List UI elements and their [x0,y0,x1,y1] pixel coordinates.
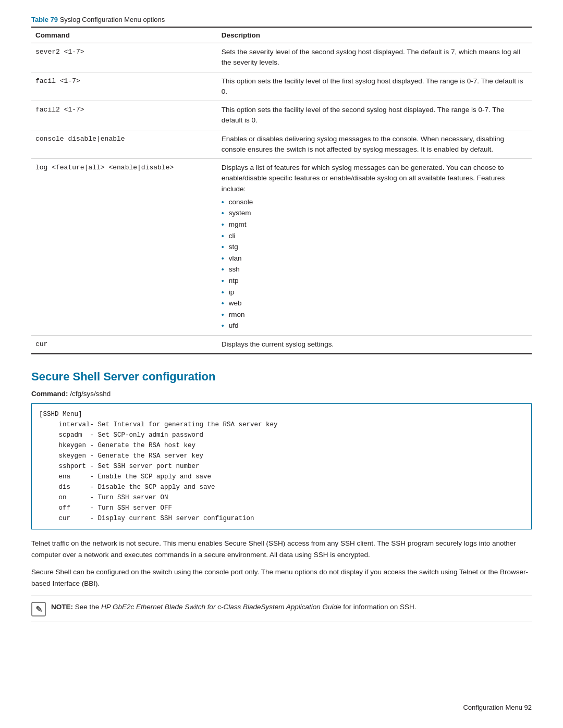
code-box: [SSHD Menu] interval- Set Interval for g… [31,403,532,529]
note-box: ✎ NOTE: See the HP GbE2c Ethernet Blade … [31,596,532,622]
table-cell-command: facil <1-7> [31,72,222,101]
table-row: sever2 <1-7>Sets the severity level of t… [31,43,532,72]
list-item: console [222,196,527,208]
table-row: log <feature|all> <enable|disable>Displa… [31,159,532,336]
list-item: stg [222,241,527,253]
table-cell-description: This option sets the facility level of t… [222,72,532,101]
list-item: vlan [222,253,527,264]
table-row: facil <1-7>This option sets the facility… [31,72,532,101]
table-cell-command: cur [31,335,222,354]
col-header-command: Command [31,27,222,43]
table-row: console disable|enableEnables or disable… [31,130,532,159]
list-item: cli [222,230,527,242]
section-heading: Secure Shell Server configuration [31,370,532,384]
note-label: NOTE: [51,603,73,611]
table-row: facil2 <1-7>This option sets the facilit… [31,101,532,130]
list-item: ssh [222,264,527,275]
svg-text:✎: ✎ [35,605,42,614]
table-cell-description: Displays the current syslog settings. [222,335,532,354]
list-item: ufd [222,320,527,331]
table-cell-description: Sets the severity level of the second sy… [222,43,532,72]
page-footer: Configuration Menu 92 [463,704,532,711]
table-cell-description: Enables or disables delivering syslog me… [222,130,532,159]
table-cell-command: console disable|enable [31,130,222,159]
list-item: rmon [222,309,527,320]
list-item: mgmt [222,219,527,230]
col-header-description: Description [222,27,532,43]
table-header-row: Command Description [31,27,532,43]
list-item: ntp [222,275,527,287]
body-para-1: Telnet traffic on the network is not sec… [31,538,532,560]
table-label: Table 79 [31,16,58,23]
table-caption-text: Syslog Configuration Menu options [60,16,165,23]
table-row: curDisplays the current syslog settings. [31,335,532,354]
table-caption: Table 79 Syslog Configuration Menu optio… [31,16,532,23]
config-table: Command Description sever2 <1-7>Sets the… [31,27,532,354]
list-item: web [222,298,527,309]
command-line: Command: /cfg/sys/sshd [31,390,532,398]
note-icon: ✎ [31,602,46,616]
command-label: Command: [31,390,68,398]
command-path: /cfg/sys/sshd [70,390,111,398]
table-cell-command: sever2 <1-7> [31,43,222,72]
table-cell-description: This option sets the facility level of t… [222,101,532,130]
feature-list: consolesystemmgmtclistgvlansshntpipwebrm… [222,196,527,331]
list-item: ip [222,287,527,298]
list-item: system [222,207,527,219]
note-italic-text: HP GbE2c Ethernet Blade Switch for c-Cla… [101,603,341,611]
note-text-content: NOTE: See the HP GbE2c Ethernet Blade Sw… [51,601,417,613]
table-cell-description: Displays a list of features for which sy… [222,159,532,336]
table-cell-command: log <feature|all> <enable|disable> [31,159,222,336]
body-para-2: Secure Shell can be configured on the sw… [31,566,532,589]
note-body-text: See the HP GbE2c Ethernet Blade Switch f… [75,603,417,611]
table-cell-command: facil2 <1-7> [31,101,222,130]
